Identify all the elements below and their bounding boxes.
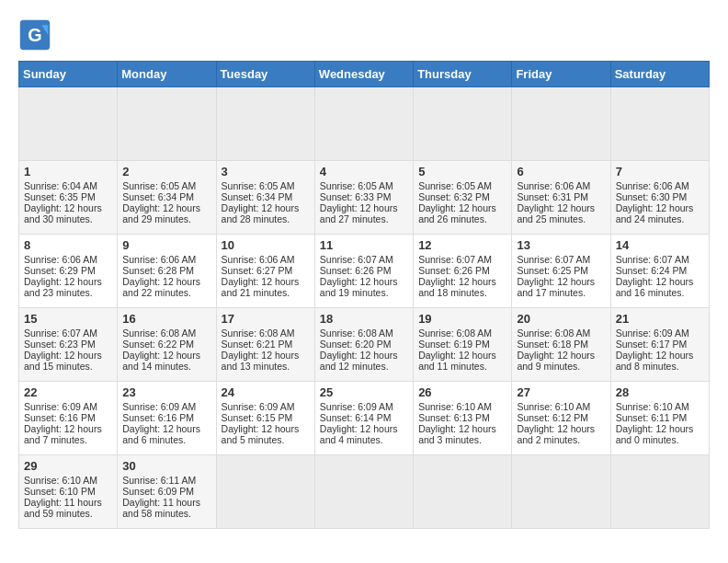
day-number: 14	[616, 238, 704, 252]
calendar-cell	[610, 87, 709, 161]
day-number: 2	[122, 165, 210, 178]
calendar-cell: 21Sunrise: 6:09 AMSunset: 6:17 PMDayligh…	[610, 308, 709, 382]
calendar-row	[19, 87, 710, 161]
column-header-wednesday: Wednesday	[314, 62, 413, 87]
calendar-cell: 25Sunrise: 6:09 AMSunset: 6:14 PMDayligh…	[314, 382, 413, 455]
calendar-cell: 14Sunrise: 6:07 AMSunset: 6:24 PMDayligh…	[610, 235, 709, 308]
calendar-header-row: SundayMondayTuesdayWednesdayThursdayFrid…	[19, 62, 710, 87]
cell-info: Sunrise: 6:08 AMSunset: 6:22 PMDaylight:…	[122, 327, 200, 372]
calendar-cell: 2Sunrise: 6:05 AMSunset: 6:34 PMDaylight…	[118, 161, 216, 235]
calendar-cell: 3Sunrise: 6:05 AMSunset: 6:34 PMDaylight…	[216, 161, 314, 235]
cell-info: Sunrise: 6:06 AMSunset: 6:30 PMDaylight:…	[616, 180, 694, 224]
day-number: 24	[222, 385, 310, 399]
day-number: 5	[418, 165, 506, 178]
calendar-cell: 7Sunrise: 6:06 AMSunset: 6:30 PMDaylight…	[610, 161, 709, 235]
generalblue-logo-icon: G	[18, 18, 51, 52]
cell-info: Sunrise: 6:04 AMSunset: 6:35 PMDaylight:…	[24, 180, 102, 224]
cell-info: Sunrise: 6:08 AMSunset: 6:19 PMDaylight:…	[418, 327, 496, 372]
calendar-cell: 12Sunrise: 6:07 AMSunset: 6:26 PMDayligh…	[414, 235, 512, 308]
day-number: 13	[517, 238, 605, 252]
cell-info: Sunrise: 6:07 AMSunset: 6:26 PMDaylight:…	[418, 254, 496, 298]
calendar-row: 8Sunrise: 6:06 AMSunset: 6:29 PMDaylight…	[19, 235, 710, 308]
day-number: 29	[24, 459, 112, 473]
day-number: 10	[222, 238, 310, 252]
calendar-cell: 26Sunrise: 6:10 AMSunset: 6:13 PMDayligh…	[414, 382, 512, 455]
calendar-cell: 17Sunrise: 6:08 AMSunset: 6:21 PMDayligh…	[216, 308, 314, 382]
calendar-cell	[512, 455, 610, 529]
calendar-row: 29Sunrise: 6:10 AMSunset: 6:10 PMDayligh…	[19, 455, 710, 529]
day-number: 9	[122, 238, 210, 252]
cell-info: Sunrise: 6:07 AMSunset: 6:26 PMDaylight:…	[320, 254, 398, 298]
calendar-cell: 15Sunrise: 6:07 AMSunset: 6:23 PMDayligh…	[19, 308, 118, 382]
cell-info: Sunrise: 6:07 AMSunset: 6:23 PMDaylight:…	[24, 327, 102, 372]
calendar-cell	[118, 87, 216, 161]
column-header-friday: Friday	[512, 62, 610, 87]
day-number: 19	[418, 312, 506, 326]
calendar-cell: 20Sunrise: 6:08 AMSunset: 6:18 PMDayligh…	[512, 308, 610, 382]
cell-info: Sunrise: 6:06 AMSunset: 6:28 PMDaylight:…	[122, 254, 200, 298]
calendar-cell: 5Sunrise: 6:05 AMSunset: 6:32 PMDaylight…	[414, 161, 512, 235]
calendar-cell	[414, 455, 512, 529]
logo: G	[18, 18, 57, 52]
cell-info: Sunrise: 6:09 AMSunset: 6:16 PMDaylight:…	[122, 401, 200, 445]
day-number: 3	[222, 165, 310, 178]
column-header-monday: Monday	[118, 62, 216, 87]
column-header-saturday: Saturday	[610, 62, 709, 87]
cell-info: Sunrise: 6:08 AMSunset: 6:18 PMDaylight:…	[517, 327, 595, 372]
calendar-cell: 29Sunrise: 6:10 AMSunset: 6:10 PMDayligh…	[19, 455, 118, 529]
calendar-cell	[314, 87, 413, 161]
cell-info: Sunrise: 6:06 AMSunset: 6:31 PMDaylight:…	[517, 180, 595, 224]
cell-info: Sunrise: 6:09 AMSunset: 6:15 PMDaylight:…	[222, 401, 300, 445]
column-header-thursday: Thursday	[414, 62, 512, 87]
cell-info: Sunrise: 6:09 AMSunset: 6:16 PMDaylight:…	[24, 401, 102, 445]
day-number: 15	[24, 312, 112, 326]
cell-info: Sunrise: 6:10 AMSunset: 6:12 PMDaylight:…	[517, 401, 595, 445]
day-number: 21	[616, 312, 704, 326]
cell-info: Sunrise: 6:09 AMSunset: 6:14 PMDaylight:…	[320, 401, 398, 445]
calendar-cell	[512, 87, 610, 161]
calendar-cell: 23Sunrise: 6:09 AMSunset: 6:16 PMDayligh…	[118, 382, 216, 455]
day-number: 12	[418, 238, 506, 252]
calendar-row: 1Sunrise: 6:04 AMSunset: 6:35 PMDaylight…	[19, 161, 710, 235]
day-number: 27	[517, 385, 605, 399]
cell-info: Sunrise: 6:06 AMSunset: 6:27 PMDaylight:…	[222, 254, 300, 298]
calendar-cell: 10Sunrise: 6:06 AMSunset: 6:27 PMDayligh…	[216, 235, 314, 308]
day-number: 26	[418, 385, 506, 399]
calendar-cell: 22Sunrise: 6:09 AMSunset: 6:16 PMDayligh…	[19, 382, 118, 455]
calendar-cell: 1Sunrise: 6:04 AMSunset: 6:35 PMDaylight…	[19, 161, 118, 235]
day-number: 28	[616, 385, 704, 399]
cell-info: Sunrise: 6:07 AMSunset: 6:25 PMDaylight:…	[517, 254, 595, 298]
cell-info: Sunrise: 6:10 AMSunset: 6:11 PMDaylight:…	[616, 401, 694, 445]
day-number: 22	[24, 385, 112, 399]
column-header-sunday: Sunday	[19, 62, 118, 87]
calendar-cell: 19Sunrise: 6:08 AMSunset: 6:19 PMDayligh…	[414, 308, 512, 382]
calendar-cell: 6Sunrise: 6:06 AMSunset: 6:31 PMDaylight…	[512, 161, 610, 235]
calendar-cell: 28Sunrise: 6:10 AMSunset: 6:11 PMDayligh…	[610, 382, 709, 455]
calendar-cell: 16Sunrise: 6:08 AMSunset: 6:22 PMDayligh…	[118, 308, 216, 382]
calendar-row: 22Sunrise: 6:09 AMSunset: 6:16 PMDayligh…	[19, 382, 710, 455]
day-number: 7	[616, 165, 704, 178]
day-number: 1	[24, 165, 112, 178]
calendar-cell: 4Sunrise: 6:05 AMSunset: 6:33 PMDaylight…	[314, 161, 413, 235]
calendar-cell	[314, 455, 413, 529]
cell-info: Sunrise: 6:05 AMSunset: 6:32 PMDaylight:…	[418, 180, 496, 224]
day-number: 30	[122, 459, 210, 473]
day-number: 25	[320, 385, 408, 399]
cell-info: Sunrise: 6:10 AMSunset: 6:13 PMDaylight:…	[418, 401, 496, 445]
calendar-cell: 9Sunrise: 6:06 AMSunset: 6:28 PMDaylight…	[118, 235, 216, 308]
day-number: 17	[222, 312, 310, 326]
calendar-cell	[19, 87, 118, 161]
cell-info: Sunrise: 6:07 AMSunset: 6:24 PMDaylight:…	[616, 254, 694, 298]
day-number: 11	[320, 238, 408, 252]
day-number: 8	[24, 238, 112, 252]
calendar-cell: 13Sunrise: 6:07 AMSunset: 6:25 PMDayligh…	[512, 235, 610, 308]
cell-info: Sunrise: 6:05 AMSunset: 6:34 PMDaylight:…	[222, 180, 300, 224]
calendar-cell: 24Sunrise: 6:09 AMSunset: 6:15 PMDayligh…	[216, 382, 314, 455]
day-number: 16	[122, 312, 210, 326]
calendar-cell	[216, 455, 314, 529]
calendar-row: 15Sunrise: 6:07 AMSunset: 6:23 PMDayligh…	[19, 308, 710, 382]
calendar-cell: 30Sunrise: 6:11 AMSunset: 6:09 PMDayligh…	[118, 455, 216, 529]
calendar-cell	[610, 455, 709, 529]
cell-info: Sunrise: 6:05 AMSunset: 6:33 PMDaylight:…	[320, 180, 398, 224]
day-number: 4	[320, 165, 408, 178]
